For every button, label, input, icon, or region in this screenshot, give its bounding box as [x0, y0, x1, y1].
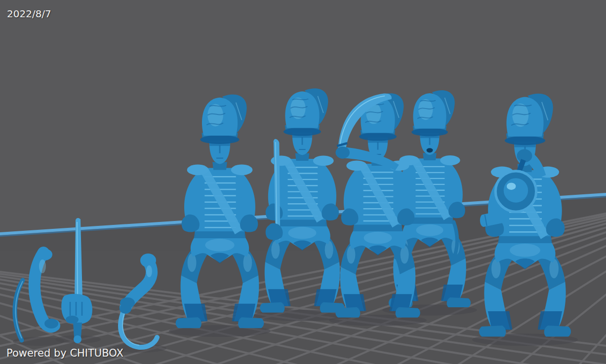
date-label: 2022/8/7 — [7, 8, 51, 20]
visor — [359, 132, 397, 141]
visor — [505, 136, 545, 146]
visor — [200, 135, 239, 144]
epaulette — [231, 164, 253, 175]
visor — [411, 128, 448, 137]
chitubox-watermark: Powered by CHITUBOX — [6, 347, 123, 359]
epaulette — [187, 164, 209, 175]
epaulette — [313, 155, 334, 166]
visor — [283, 127, 321, 136]
open-mouth — [427, 148, 433, 152]
epaulette — [346, 160, 367, 171]
chitubox-3d-viewport[interactable]: Spare bent arm with thin sabreSpare fist… — [0, 0, 606, 364]
3d-scene-canvas[interactable]: Spare bent arm with thin sabreSpare fist… — [0, 0, 606, 364]
epaulette — [440, 155, 460, 165]
